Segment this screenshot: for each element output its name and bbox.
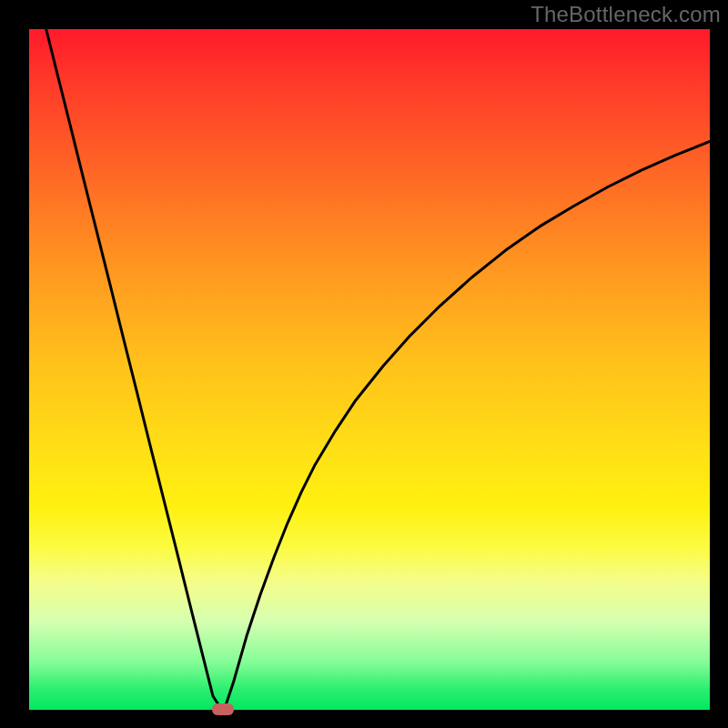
watermark-text: TheBottleneck.com	[531, 2, 721, 27]
bottleneck-curve	[29, 0, 710, 710]
curve-layer	[0, 0, 728, 728]
min-marker	[212, 703, 234, 715]
chart-frame: TheBottleneck.com	[0, 0, 728, 728]
